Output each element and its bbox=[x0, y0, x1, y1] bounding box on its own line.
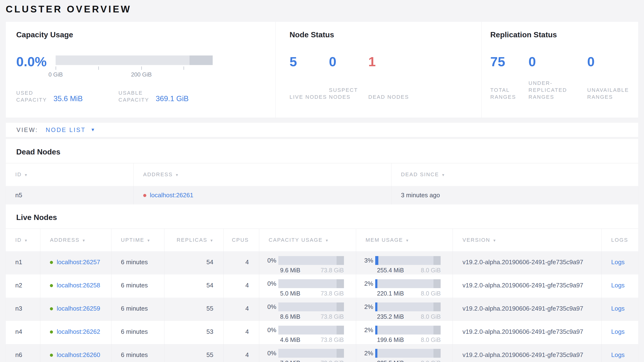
node-address-link[interactable]: localhost:26258 bbox=[56, 282, 100, 289]
sort-desc-icon: ▼ bbox=[441, 173, 445, 177]
mem-usage-cell: 2%220.1 MiB8.0 GiB bbox=[356, 274, 453, 298]
usable-capacity-stat: USABLE CAPACITY 369.1 GiB bbox=[118, 89, 188, 103]
total-ranges-label: TOTAL RANGES bbox=[490, 87, 528, 100]
axis-tick bbox=[141, 67, 142, 70]
used-capacity-stat: USED CAPACITY 35.6 MiB bbox=[16, 89, 82, 103]
under-replicated-ranges-value: 0 bbox=[528, 55, 587, 69]
dead-nodes-heading: Dead Nodes bbox=[6, 139, 638, 163]
node-status-section: Node Status 5 LIVE NODES 0 SUSPECT NODES… bbox=[276, 22, 482, 118]
cpus-cell: 4 bbox=[224, 298, 259, 321]
capacity-bar-track bbox=[278, 279, 344, 288]
under-replicated-ranges-label: UNDER-REPLICATED RANGES bbox=[528, 80, 572, 100]
dead-col-address[interactable]: ADDRESS▼ bbox=[134, 163, 391, 186]
capacity-bar-track bbox=[278, 302, 344, 311]
live-col-uptime[interactable]: UPTIME▼ bbox=[111, 229, 164, 251]
view-dropdown[interactable]: NODE LIST ▼ bbox=[46, 126, 96, 133]
table-row: n2localhost:262586 minutes5440%5.0 MiB73… bbox=[6, 274, 638, 298]
node-id-cell: n6 bbox=[6, 344, 40, 362]
capacity-usage-cell: 0%9.6 MiB73.8 GiB bbox=[259, 251, 356, 274]
node-address-link[interactable]: localhost:26262 bbox=[56, 328, 100, 335]
capacity-usage-heading: Capacity Usage bbox=[16, 30, 276, 39]
suspect-nodes-stat: 0 SUSPECT NODES bbox=[329, 55, 368, 100]
capacity-bar-track bbox=[278, 256, 344, 265]
capacity-bar: 0 GiB 200 GiB bbox=[56, 55, 213, 77]
mem-usage-cell: 2%235.2 MiB8.0 GiB bbox=[356, 298, 453, 321]
live-status-dot-icon bbox=[50, 307, 53, 310]
uptime-cell: 6 minutes bbox=[111, 251, 164, 274]
axis-tick bbox=[184, 67, 184, 70]
live-nodes-table: ID▼ ADDRESS▼ UPTIME▼ REPLICAS▼ CPUS CAPA… bbox=[6, 229, 638, 362]
node-address-cell: localhost:26258 bbox=[40, 274, 111, 298]
cpus-cell: 4 bbox=[224, 274, 259, 298]
capacity-bar-endcap bbox=[190, 56, 213, 65]
live-nodes-stat: 5 LIVE NODES bbox=[290, 55, 329, 100]
node-address-link[interactable]: localhost:26261 bbox=[150, 192, 193, 199]
sort-desc-icon: ▼ bbox=[24, 238, 28, 242]
unavailable-ranges-label: UNAVAILABLE RANGES bbox=[587, 87, 630, 100]
table-row: n1localhost:262576 minutes5440%9.6 MiB73… bbox=[6, 251, 638, 274]
used-capacity-label: USED CAPACITY bbox=[16, 89, 47, 103]
suspect-nodes-value: 0 bbox=[329, 55, 368, 69]
live-col-mem[interactable]: MEM USAGE▼ bbox=[356, 229, 453, 251]
live-col-version[interactable]: VERSION▼ bbox=[453, 229, 602, 251]
mem-bar-track bbox=[375, 279, 441, 288]
total-ranges-stat: 75 TOTAL RANGES bbox=[490, 55, 528, 100]
sort-desc-icon: ▼ bbox=[82, 238, 86, 242]
unavailable-ranges-value: 0 bbox=[587, 55, 630, 69]
node-id-cell: n5 bbox=[6, 186, 134, 205]
logs-cell: Logs bbox=[602, 274, 638, 298]
cluster-overview-page: CLUSTER OVERVIEW Capacity Usage 0.0% 0 G… bbox=[0, 0, 644, 362]
live-nodes-header-row: ID▼ ADDRESS▼ UPTIME▼ REPLICAS▼ CPUS CAPA… bbox=[6, 229, 638, 251]
mem-bar-track bbox=[375, 302, 441, 311]
view-label: VIEW: bbox=[16, 126, 38, 133]
capacity-bar-track bbox=[278, 326, 344, 334]
logs-link[interactable]: Logs bbox=[611, 282, 624, 289]
live-col-id[interactable]: ID▼ bbox=[6, 229, 40, 251]
version-cell: v19.2.0-alpha.20190606-2491-gfe735c9a97 bbox=[453, 344, 602, 362]
table-row: n4localhost:262626 minutes5340%4.6 MiB73… bbox=[6, 321, 638, 344]
sort-desc-icon: ▼ bbox=[405, 238, 409, 242]
uptime-cell: 6 minutes bbox=[111, 344, 164, 362]
node-id-cell: n1 bbox=[6, 251, 40, 274]
node-address-cell: localhost:26262 bbox=[40, 321, 111, 344]
logs-link[interactable]: Logs bbox=[611, 351, 624, 358]
node-address-link[interactable]: localhost:26259 bbox=[56, 305, 100, 312]
live-col-logs: LOGS bbox=[602, 229, 638, 251]
node-status-heading: Node Status bbox=[290, 30, 482, 39]
logs-link[interactable]: Logs bbox=[611, 258, 624, 266]
live-status-dot-icon bbox=[50, 261, 53, 264]
nodes-table-card: Dead Nodes ID▼ ADDRESS▼ DEAD SINCE▼ n5 l… bbox=[6, 139, 638, 362]
axis-tick bbox=[56, 67, 56, 70]
capacity-usage-cell: 0%4.6 MiB73.8 GiB bbox=[259, 321, 356, 344]
capacity-usage-cell: 0%5.0 MiB73.8 GiB bbox=[259, 274, 356, 298]
uptime-cell: 6 minutes bbox=[111, 274, 164, 298]
unavailable-ranges-stat: 0 UNAVAILABLE RANGES bbox=[587, 55, 630, 100]
logs-link[interactable]: Logs bbox=[611, 305, 624, 312]
logs-link[interactable]: Logs bbox=[611, 328, 624, 335]
node-id-cell: n4 bbox=[6, 321, 40, 344]
node-id-cell: n2 bbox=[6, 274, 40, 298]
node-id-cell: n3 bbox=[6, 298, 40, 321]
node-address-cell: localhost:26260 bbox=[40, 344, 111, 362]
sort-desc-icon: ▼ bbox=[493, 238, 496, 242]
chevron-down-icon: ▼ bbox=[90, 127, 96, 132]
capacity-usage-cell: 0%8.6 MiB73.8 GiB bbox=[259, 298, 356, 321]
dead-col-dead-since[interactable]: DEAD SINCE▼ bbox=[391, 163, 638, 186]
cpus-cell: 4 bbox=[224, 251, 259, 274]
node-address-cell: localhost:26257 bbox=[40, 251, 111, 274]
capacity-usage-section: Capacity Usage 0.0% 0 GiB 200 GiB bbox=[6, 22, 276, 118]
version-cell: v19.2.0-alpha.20190606-2491-gfe735c9a97 bbox=[453, 321, 602, 344]
live-col-address[interactable]: ADDRESS▼ bbox=[40, 229, 111, 251]
live-col-replicas[interactable]: REPLICAS▼ bbox=[164, 229, 224, 251]
dead-col-id[interactable]: ID▼ bbox=[6, 163, 134, 186]
mem-usage-cell: 3%255.4 MiB8.0 GiB bbox=[356, 251, 453, 274]
version-cell: v19.2.0-alpha.20190606-2491-gfe735c9a97 bbox=[453, 274, 602, 298]
live-col-capacity[interactable]: CAPACITY USAGE▼ bbox=[259, 229, 356, 251]
dead-nodes-label: DEAD NODES bbox=[368, 93, 409, 100]
node-address-link[interactable]: localhost:26260 bbox=[56, 351, 100, 358]
capacity-bar-track bbox=[278, 349, 344, 358]
table-row: n5 localhost:26261 3 minutes ago bbox=[6, 186, 638, 205]
live-status-dot-icon bbox=[50, 330, 53, 333]
node-address-link[interactable]: localhost:26257 bbox=[56, 258, 100, 266]
cpus-cell: 4 bbox=[224, 321, 259, 344]
